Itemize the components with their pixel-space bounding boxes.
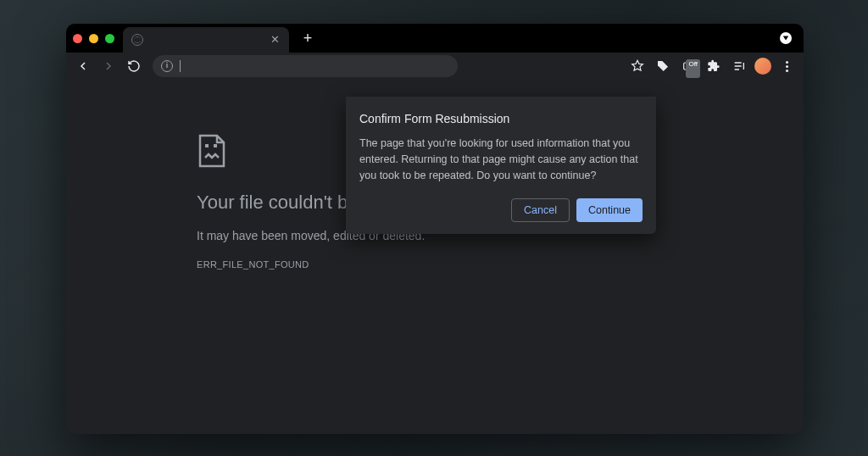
forward-button[interactable] xyxy=(98,56,119,76)
new-tab-button[interactable]: + xyxy=(298,28,318,48)
extension-badge-icon[interactable]: Off xyxy=(678,56,698,76)
reload-button[interactable] xyxy=(124,56,144,76)
kebab-icon xyxy=(782,58,792,75)
dialog-body: The page that you're looking for used in… xyxy=(359,136,643,183)
window-minimize-button[interactable] xyxy=(89,34,98,43)
globe-icon xyxy=(131,34,143,46)
reading-list-icon[interactable] xyxy=(729,56,749,76)
cancel-button[interactable]: Cancel xyxy=(511,198,570,222)
svg-rect-2 xyxy=(205,144,209,147)
site-info-icon[interactable] xyxy=(161,60,173,72)
text-cursor xyxy=(180,60,181,72)
continue-button[interactable]: Continue xyxy=(576,198,643,222)
confirm-dialog: Confirm Form Resubmission The page that … xyxy=(346,97,656,234)
window-maximize-button[interactable] xyxy=(105,34,114,43)
tag-icon[interactable] xyxy=(653,56,673,76)
svg-rect-3 xyxy=(214,144,217,147)
address-input[interactable] xyxy=(187,60,449,72)
browser-window: ✕ + Off xyxy=(66,24,804,434)
extensions-puzzle-icon[interactable] xyxy=(704,56,724,76)
profile-avatar[interactable] xyxy=(754,58,771,75)
toolbar: Off xyxy=(66,53,804,80)
bookmark-star-icon[interactable] xyxy=(627,56,648,76)
dialog-actions: Cancel Continue xyxy=(359,198,643,222)
svg-marker-0 xyxy=(783,36,788,41)
tab-close-button[interactable]: ✕ xyxy=(269,34,281,46)
extension-badge-label: Off xyxy=(686,59,700,78)
menu-button[interactable] xyxy=(776,56,797,76)
window-close-button[interactable] xyxy=(73,34,82,43)
tabbar-action-icon[interactable] xyxy=(780,32,792,44)
window-controls xyxy=(73,34,114,43)
tab-bar: ✕ + xyxy=(66,24,804,53)
browser-tab[interactable]: ✕ xyxy=(123,27,289,53)
back-button[interactable] xyxy=(73,56,93,76)
address-bar[interactable] xyxy=(153,55,458,77)
error-code: ERR_FILE_NOT_FOUND xyxy=(197,259,804,270)
broken-file-icon xyxy=(197,134,227,168)
dialog-title: Confirm Form Resubmission xyxy=(359,112,643,125)
